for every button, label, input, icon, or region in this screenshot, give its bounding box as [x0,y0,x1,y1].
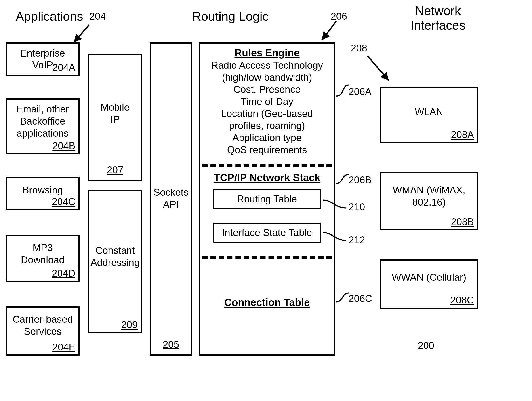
text: WWAN (Cellular) [381,272,477,283]
ref: 208B [451,216,474,227]
routing-logic-box: Rules Engine Radio Access Technology (hi… [199,43,335,356]
text: Services [7,326,78,337]
tcpip-stack-title: TCP/IP Network Stack [200,172,334,184]
text: Sockets [151,187,191,198]
ref: 204A [52,62,75,73]
tcpip-ref: 206B [348,175,372,186]
constant-addressing-box: Constant Addressing 209 [88,190,142,333]
text: Download [7,254,78,265]
text: Browsing [7,185,78,196]
interface-wlan: WLAN 208A [380,87,478,143]
interface-state-table-box: Interface State Table [213,223,321,243]
sockets-api-box: Sockets API 205 [150,43,192,356]
network-interfaces-heading-l2: Interfaces [395,18,480,32]
text: IP [89,114,141,125]
leader-curve [322,198,348,211]
text: QoS requirements [200,144,334,155]
ref: 207 [89,164,141,175]
connection-table-ref: 206C [348,293,372,304]
ref: 204E [52,342,75,353]
diagram-canvas: Applications 204 Routing Logic 206 Netwo… [0,0,532,401]
interface-wwan: WWAN (Cellular) 208C [380,259,478,309]
app-email-backoffice: Email, other Backoffice applications 204… [6,98,80,154]
arrow-icon [362,52,398,87]
routing-table-ref: 210 [348,201,365,213]
arrow-icon [310,18,342,45]
text: Cost, Presence [200,84,334,95]
text: Enterprise [7,48,78,59]
divider [202,256,332,259]
interface-wman: WMAN (WiMAX, 802.16) 208B [380,172,478,230]
app-mp3-download: MP3 Download 204D [6,235,80,282]
figure-ref: 200 [418,340,434,351]
text: Radio Access Technology [200,60,334,71]
app-carrier-services: Carrier-based Services 204E [6,306,80,356]
text: Routing Table [237,194,297,205]
text: Application type [200,132,334,143]
connection-table-title: Connection Table [200,296,334,308]
mobile-ip-box: Mobile IP 207 [88,54,142,181]
interface-state-table-ref: 212 [348,234,365,246]
network-interfaces-heading-l1: Network [395,3,480,18]
ref: 208A [451,129,474,140]
divider [202,164,332,167]
svg-line-2 [367,56,389,81]
rules-engine-title: Rules Engine [200,47,334,59]
ref: 204C [52,196,75,207]
text: profiles, roaming) [200,120,334,131]
routing-logic-heading: Routing Logic [192,9,269,24]
text: Constant [89,245,141,256]
text: Email, other [7,103,78,115]
app-enterprise-voip: Enterprise VoIP 204A [6,43,80,76]
rules-engine-ref: 206A [348,86,372,97]
text: Backoffice [7,116,78,127]
routing-table-box: Routing Table [213,189,321,209]
text: Time of Day [200,96,334,107]
leader-curve [322,230,348,244]
app-browsing: Browsing 204C [6,177,80,210]
ref: 204D [52,268,75,279]
ref: 209 [121,319,138,330]
text: WMAN (WiMAX, [381,185,477,196]
text: Location (Geo-based [200,108,334,119]
text: WLAN [381,106,477,117]
text: 802.16) [381,197,477,208]
ref: 205 [151,339,191,350]
text: Mobile [89,102,141,113]
text: (high/low bandwidth) [200,72,334,83]
svg-line-1 [322,21,336,40]
text: applications [7,128,78,139]
text: Carrier-based [7,314,78,325]
text: API [151,199,191,210]
text: MP3 [7,242,78,253]
svg-line-0 [74,25,89,43]
ref: 204B [52,140,75,151]
text: Addressing [89,257,141,268]
text: Interface State Table [222,227,312,238]
ref: 208C [450,295,474,306]
